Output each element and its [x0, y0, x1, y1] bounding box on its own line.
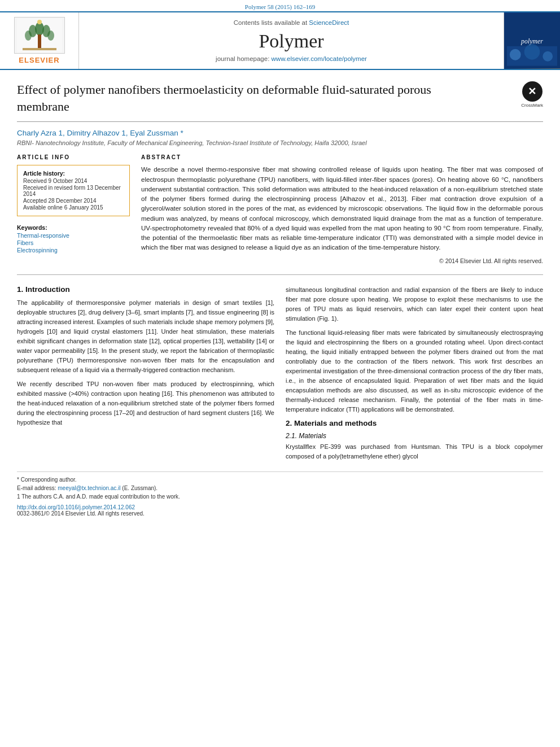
intro-para-3: simultaneous longitudinal contraction an… [286, 285, 543, 324]
info-abstract-section: ARTICLE INFO Article history: Received 9… [17, 154, 543, 264]
copyright-line: © 2014 Elsevier Ltd. All rights reserved… [141, 257, 543, 264]
email-link[interactable]: meeyal@tx.technion.ac.il [58, 485, 120, 491]
history-label: Article history: [23, 170, 124, 177]
received-revised-date: Received in revised form 13 December 201… [23, 185, 124, 197]
svg-point-12 [510, 49, 521, 60]
abstract-text: We describe a novel thermo-responsive fi… [141, 165, 543, 252]
elsevier-wordmark: ELSEVIER [19, 56, 59, 64]
svg-point-4 [25, 30, 32, 41]
polymer-journal-image: polymer [504, 12, 560, 69]
body-right-col: simultaneous longitudinal contraction an… [286, 285, 543, 466]
article-title: Effect of polymer nanofibers thermoelast… [17, 81, 469, 115]
methods-section-title: 2. Materials and methods [286, 419, 543, 427]
keyword-2: Fibers [17, 239, 130, 246]
svg-text:polymer: polymer [520, 37, 543, 45]
materials-subsection-title: 2.1. Materials [286, 432, 543, 440]
doi-line[interactable]: http://dx.doi.org/10.1016/j.polymer.2014… [17, 504, 543, 510]
journal-homepage: journal homepage: www.elsevier.com/locat… [216, 55, 367, 62]
keyword-3: Electrospinning [17, 247, 130, 254]
svg-rect-6 [38, 34, 41, 49]
journal-ref-bar: Polymer 58 (2015) 162–169 [0, 0, 560, 11]
journal-title-section: Contents lists available at ScienceDirec… [79, 12, 504, 69]
issn-line: 0032-3861/© 2014 Elsevier Ltd. All right… [17, 510, 543, 517]
elsevier-logo-image [14, 17, 65, 54]
authors: Charly Azra 1, Dimitry Alhazov 1, Eyal Z… [17, 129, 543, 137]
keyword-1: Thermal-responsive [17, 232, 130, 239]
received-date: Received 9 October 2014 [23, 178, 124, 184]
elsevier-logo-section: ELSEVIER [0, 12, 79, 69]
abstract-heading: ABSTRACT [141, 154, 543, 160]
intro-para-4: The functional liquid-releasing fiber ma… [286, 328, 543, 414]
sciencedirect-link[interactable]: ScienceDirect [309, 19, 349, 26]
article-info-col: ARTICLE INFO Article history: Received 9… [17, 154, 130, 264]
page: Polymer 58 (2015) 162–169 [0, 0, 560, 747]
journal-ref-text: Polymer 58 (2015) 162–169 [245, 3, 315, 10]
email-line: E-mail address: meeyal@tx.technion.ac.il… [17, 484, 543, 492]
svg-point-8 [37, 20, 42, 24]
intro-para-2: We recently described TPU non-woven fibe… [17, 379, 274, 427]
intro-para-1: The applicability of thermoresponsive po… [17, 298, 274, 375]
svg-point-13 [524, 44, 540, 60]
journal-header: ELSEVIER Contents lists available at Sci… [0, 11, 560, 70]
elsevier-logo: ELSEVIER [14, 17, 65, 64]
svg-point-5 [47, 30, 54, 41]
article-content: Effect of polymer nanofibers thermoelast… [0, 70, 560, 528]
crossmark-icon: ✕ [522, 81, 542, 102]
corresponding-author: * Corresponding author. [17, 475, 543, 484]
journal-title: Polymer [259, 30, 323, 52]
abstract-col: ABSTRACT We describe a novel thermo-resp… [141, 154, 543, 264]
body-content: 1. Introduction The applicability of the… [17, 285, 543, 466]
affiliation: RBNI- Nanotechnology Institute, Faculty … [17, 139, 543, 146]
contents-available-text: Contents lists available at ScienceDirec… [234, 19, 349, 26]
polymer-cover-image: polymer [504, 12, 560, 69]
available-date: Available online 6 January 2015 [23, 204, 124, 211]
article-info-heading: ARTICLE INFO [17, 154, 130, 160]
equal-contribution: 1 The authors C.A. and A.D. made equal c… [17, 492, 543, 501]
article-title-section: Effect of polymer nanofibers thermoelast… [17, 81, 543, 122]
crossmark-badge[interactable]: ✕ CrossMark [521, 81, 543, 108]
svg-rect-7 [23, 48, 56, 50]
body-left-col: 1. Introduction The applicability of the… [17, 285, 274, 466]
homepage-link[interactable]: www.elsevier.com/locate/polymer [272, 55, 367, 62]
keywords-section: Keywords: Thermal-responsive Fibers Elec… [17, 224, 130, 254]
accepted-date: Accepted 28 December 2014 [23, 198, 124, 204]
crossmark-label: CrossMark [521, 103, 543, 108]
svg-point-14 [542, 51, 553, 62]
footnote-section: * Corresponding author. E-mail address: … [17, 471, 543, 517]
keywords-label: Keywords: [17, 224, 130, 231]
intro-section-title: 1. Introduction [17, 285, 274, 294]
materials-para: Krystallflex PE-399 was purchased from H… [286, 442, 543, 461]
section-divider [17, 274, 543, 275]
article-info-box: Article history: Received 9 October 2014… [17, 165, 130, 216]
